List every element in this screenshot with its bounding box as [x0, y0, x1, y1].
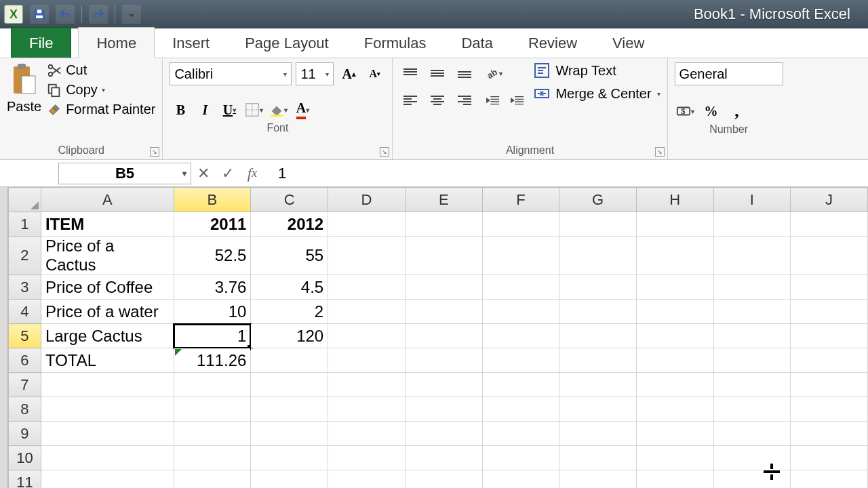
cell[interactable] [713, 275, 791, 300]
cell[interactable] [791, 348, 868, 373]
cell[interactable] [328, 275, 406, 300]
bold-button[interactable]: B [170, 99, 191, 121]
select-all-corner[interactable] [8, 188, 41, 212]
cell[interactable] [713, 348, 791, 373]
align-center-button[interactable] [427, 89, 448, 111]
borders-button[interactable]: ▾ [243, 99, 264, 121]
cell[interactable]: 52.5 [174, 237, 251, 275]
cancel-edit-button[interactable]: ✕ [191, 163, 216, 184]
clipboard-launcher[interactable]: ↘ [150, 147, 159, 157]
cell[interactable] [482, 237, 559, 275]
cell[interactable] [713, 422, 791, 446]
cell[interactable] [713, 470, 791, 489]
cell[interactable] [174, 470, 251, 489]
confirm-edit-button[interactable]: ✓ [216, 163, 240, 184]
cell[interactable] [482, 470, 559, 489]
cell[interactable] [791, 324, 868, 348]
font-size-dropdown[interactable]: 11 ▾ [296, 62, 334, 85]
cell[interactable] [174, 446, 251, 470]
cell[interactable] [791, 275, 868, 300]
cell[interactable] [405, 470, 482, 489]
decrease-indent-button[interactable] [482, 91, 504, 113]
cell[interactable] [405, 373, 482, 397]
cell[interactable] [559, 300, 637, 324]
cell[interactable] [713, 397, 791, 422]
cell[interactable] [328, 373, 406, 397]
cell[interactable]: ITEM [41, 212, 174, 237]
number-format-dropdown[interactable]: General [675, 62, 783, 85]
cell[interactable] [559, 422, 637, 446]
cell[interactable] [559, 237, 637, 275]
undo-button[interactable] [56, 5, 75, 24]
tab-home[interactable]: Home [78, 27, 155, 58]
cell[interactable] [559, 397, 637, 422]
cell[interactable] [328, 470, 406, 489]
cell[interactable] [559, 470, 637, 489]
alignment-launcher[interactable]: ↘ [655, 147, 665, 157]
row-header[interactable]: 2 [8, 237, 41, 275]
column-header[interactable]: C [251, 188, 328, 212]
cell[interactable] [559, 348, 637, 373]
cell[interactable]: Price of a Cactus [41, 237, 174, 275]
cell[interactable] [713, 373, 791, 397]
cell[interactable] [636, 237, 713, 275]
tab-file[interactable]: File [11, 27, 71, 58]
cell[interactable]: Price of Coffee [41, 275, 174, 300]
row-header[interactable]: 4 [8, 300, 41, 324]
cell[interactable] [251, 422, 328, 446]
cell[interactable] [251, 446, 328, 470]
align-bottom-button[interactable] [454, 62, 475, 84]
cell[interactable] [636, 324, 713, 348]
cell[interactable] [791, 212, 868, 237]
fill-color-button[interactable]: ▾ [267, 99, 289, 121]
cell[interactable] [791, 373, 868, 397]
cell[interactable] [636, 422, 713, 446]
cell[interactable] [636, 373, 713, 397]
cell[interactable] [405, 300, 482, 324]
cell[interactable] [636, 397, 713, 422]
qat-customize-button[interactable] [122, 5, 141, 24]
cell[interactable]: 55 [251, 237, 328, 275]
row-header[interactable]: 11 [8, 470, 41, 489]
cell[interactable] [41, 446, 174, 470]
cell[interactable] [559, 373, 637, 397]
save-button[interactable] [30, 5, 49, 24]
cell[interactable]: 111.26 [174, 348, 251, 373]
cell[interactable] [636, 275, 713, 300]
cell[interactable] [328, 422, 406, 446]
cell[interactable]: 4.5 [251, 275, 328, 300]
cell[interactable] [636, 300, 713, 324]
cell[interactable] [405, 275, 482, 300]
cell[interactable] [251, 373, 328, 397]
cell[interactable] [328, 212, 406, 237]
accounting-format-button[interactable]: $▾ [675, 100, 696, 122]
column-header[interactable]: E [405, 188, 482, 212]
cell[interactable] [328, 300, 406, 324]
row-header[interactable]: 9 [8, 422, 41, 446]
font-name-dropdown[interactable]: Calibri ▾ [170, 62, 292, 85]
cell[interactable] [482, 348, 559, 373]
cell[interactable] [41, 422, 174, 446]
cell[interactable] [405, 212, 482, 237]
row-header[interactable]: 10 [8, 446, 41, 470]
tab-formulas[interactable]: Formulas [347, 28, 444, 58]
cell[interactable] [559, 446, 637, 470]
cell[interactable] [482, 275, 559, 300]
cell[interactable] [405, 237, 482, 275]
cell[interactable] [251, 470, 328, 489]
cell[interactable] [482, 422, 559, 446]
cell[interactable] [405, 397, 482, 422]
formula-input[interactable]: 1 [264, 163, 868, 184]
cell[interactable] [328, 348, 406, 373]
row-header[interactable]: 7 [8, 373, 41, 397]
cell[interactable] [791, 300, 868, 324]
cell[interactable] [713, 324, 791, 348]
cell[interactable]: Price of a water [41, 300, 174, 324]
align-top-button[interactable] [399, 62, 421, 84]
cell-grid[interactable]: ABCDEFGHIJ 1ITEM201120122Price of a Cact… [8, 187, 868, 488]
tab-view[interactable]: View [595, 28, 662, 58]
cell[interactable] [482, 212, 559, 237]
row-header[interactable]: 5 [8, 324, 41, 348]
cell[interactable] [174, 397, 251, 422]
cell[interactable] [328, 446, 406, 470]
